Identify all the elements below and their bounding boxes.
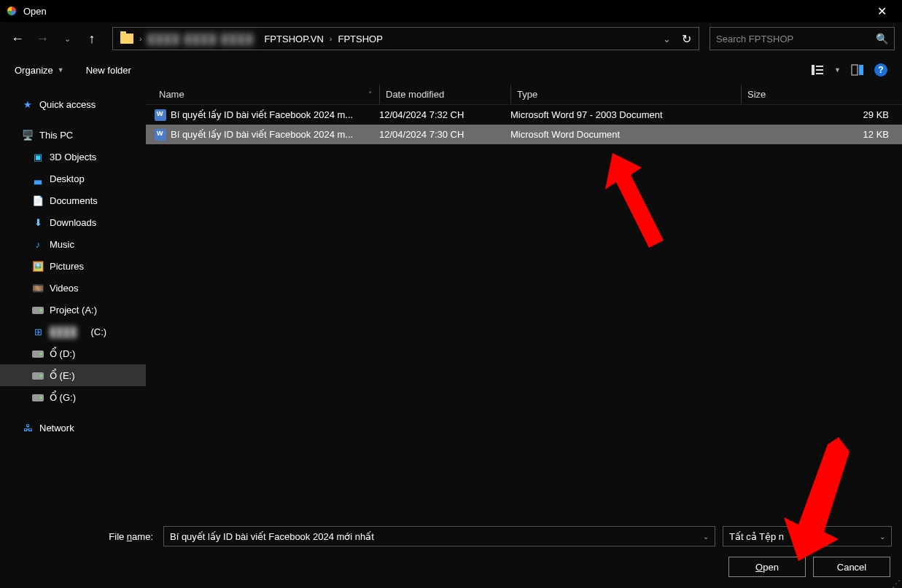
breadcrumb-seg-2[interactable]: FPTSHOP	[333, 28, 386, 50]
sidebar: ★ Quick access 🖥️ This PC ▣3D Objects ▃D…	[0, 85, 146, 514]
star-icon: ★	[22, 98, 34, 110]
sidebar-quick-access[interactable]: ★ Quick access	[0, 93, 146, 115]
desktop-icon: ▃	[32, 173, 44, 184]
search-icon: 🔍	[876, 33, 888, 44]
word-doc-icon	[155, 109, 166, 121]
chevron-down-icon[interactable]: ▼	[834, 66, 841, 74]
col-date-header[interactable]: Date modified	[379, 85, 510, 104]
drive-icon	[32, 348, 44, 359]
sidebar-item-label: Ổ (D:)	[50, 348, 75, 359]
document-icon: 📄	[32, 195, 44, 206]
breadcrumb-seg-1[interactable]: FPTSHOP.VN	[260, 28, 327, 50]
open-button[interactable]: Open	[728, 557, 806, 577]
sidebar-drive-e[interactable]: Ổ (E:)	[0, 364, 146, 386]
toolbar: Organize ▼ New folder ▼ ?	[0, 55, 902, 85]
sidebar-item-label: Videos	[50, 283, 79, 294]
sidebar-item-label: Network	[39, 423, 74, 434]
file-row[interactable]: Bí quyết lấy ID bài viết Facebook 2024 m…	[146, 105, 902, 125]
header-label: Size	[747, 89, 766, 100]
file-name: Bí quyết lấy ID bài viết Facebook 2024 m…	[171, 109, 353, 120]
col-size-header[interactable]: Size	[741, 85, 902, 104]
sidebar-item-label: Downloads	[50, 217, 96, 228]
drive-icon	[32, 304, 44, 315]
header-label: Name	[159, 89, 184, 100]
videos-icon: 🎞️	[32, 282, 44, 294]
back-button[interactable]: ←	[7, 28, 28, 49]
breadcrumb[interactable]: › ████ ████ ████ FPTSHOP.VN › FPTSHOP ⌄ …	[112, 27, 699, 50]
col-type-header[interactable]: Type	[510, 85, 741, 104]
sidebar-item-label: Quick access	[39, 99, 96, 110]
file-type: Microsoft Word Document	[510, 129, 741, 140]
chrome-icon	[6, 5, 18, 17]
file-date: 12/04/2024 7:30 CH	[379, 129, 510, 140]
sidebar-item-label-blurred: ████	[50, 326, 77, 337]
column-headers: Name˄ Date modified Type Size	[146, 85, 902, 105]
sidebar-desktop[interactable]: ▃Desktop	[0, 168, 146, 189]
sort-caret-icon: ˄	[368, 90, 372, 98]
sidebar-drive-g[interactable]: Ổ (G:)	[0, 386, 146, 408]
file-type-filter[interactable]: Tất cả Tệp n ⌄	[723, 526, 892, 546]
col-name-header[interactable]: Name˄	[146, 85, 379, 104]
main-area: ★ Quick access 🖥️ This PC ▣3D Objects ▃D…	[0, 85, 902, 514]
cancel-button[interactable]: Cancel	[813, 557, 890, 577]
up-button[interactable]: ↑	[82, 28, 102, 49]
svg-rect-2	[816, 69, 823, 71]
pictures-icon: 🖼️	[32, 260, 44, 272]
sidebar-drive-c[interactable]: ⊞████ (C:)	[0, 321, 146, 342]
file-type: Microsoft Word 97 - 2003 Document	[510, 109, 741, 120]
view-details-icon[interactable]	[811, 63, 824, 77]
sidebar-item-label: (C:)	[90, 326, 106, 337]
sidebar-music[interactable]: ♪Music	[0, 233, 146, 255]
preview-pane-icon[interactable]	[851, 63, 864, 77]
cube-icon: ▣	[32, 151, 44, 162]
new-folder-button[interactable]: New folder	[86, 65, 131, 76]
close-button[interactable]: ✕	[867, 4, 896, 18]
help-icon[interactable]: ?	[874, 63, 887, 77]
chevron-down-icon: ⌄	[879, 533, 885, 541]
search-input[interactable]	[716, 34, 876, 44]
sidebar-network[interactable]: 🖧Network	[0, 417, 146, 439]
word-doc-icon	[155, 129, 166, 141]
sidebar-item-label: Ổ (E:)	[50, 370, 75, 381]
sidebar-this-pc[interactable]: 🖥️ This PC	[0, 124, 146, 146]
svg-rect-4	[852, 65, 858, 75]
drive-icon	[32, 391, 44, 403]
svg-rect-0	[812, 65, 814, 75]
sidebar-pictures[interactable]: 🖼️Pictures	[0, 255, 146, 277]
sidebar-drive-d[interactable]: Ổ (D:)	[0, 342, 146, 364]
pc-icon: 🖥️	[22, 129, 34, 141]
window-title: Open	[23, 6, 867, 17]
sidebar-drive-a[interactable]: Project (A:)	[0, 299, 146, 321]
file-size: 12 KB	[741, 129, 902, 140]
file-name-input[interactable]	[170, 531, 703, 542]
file-name-combobox[interactable]: ⌄	[163, 526, 715, 546]
search-box[interactable]: 🔍	[709, 27, 895, 50]
refresh-button[interactable]: ↻	[677, 32, 696, 46]
nav-row: ← → ⌄ ↑ › ████ ████ ████ FPTSHOP.VN › FP…	[0, 22, 902, 55]
sidebar-videos[interactable]: 🎞️Videos	[0, 277, 146, 299]
chevron-right-icon: ›	[330, 34, 333, 43]
sidebar-downloads[interactable]: ⬇Downloads	[0, 211, 146, 233]
resize-grip-icon[interactable]: ⋰	[892, 581, 901, 587]
file-pane: Name˄ Date modified Type Size Bí quyết l…	[146, 85, 902, 514]
sidebar-documents[interactable]: 📄Documents	[0, 189, 146, 211]
sidebar-item-label: Ổ (G:)	[50, 392, 76, 403]
header-label: Date modified	[386, 89, 444, 100]
chevron-right-icon: ›	[139, 34, 142, 43]
folder-icon	[120, 34, 133, 44]
titlebar: Open ✕	[0, 0, 902, 22]
file-row[interactable]: Bí quyết lấy ID bài viết Facebook 2024 m…	[146, 125, 902, 144]
network-icon: 🖧	[22, 422, 34, 434]
recent-dropdown[interactable]: ⌄	[57, 28, 77, 49]
file-size: 29 KB	[741, 109, 902, 120]
footer: File name: ⌄ Tất cả Tệp n ⌄ Open Cancel	[0, 514, 902, 583]
chevron-down-icon[interactable]: ⌄	[703, 533, 709, 541]
organize-menu[interactable]: Organize ▼	[15, 65, 64, 76]
file-date: 12/04/2024 7:32 CH	[379, 109, 510, 120]
chevron-down-icon[interactable]: ⌄	[663, 34, 671, 44]
file-name: Bí quyết lấy ID bài viết Facebook 2024 m…	[171, 129, 353, 140]
breadcrumb-seg-hidden[interactable]: ████ ████ ████	[144, 28, 259, 50]
sidebar-3d-objects[interactable]: ▣3D Objects	[0, 146, 146, 168]
forward-button[interactable]: →	[32, 28, 53, 49]
svg-rect-3	[816, 73, 823, 74]
